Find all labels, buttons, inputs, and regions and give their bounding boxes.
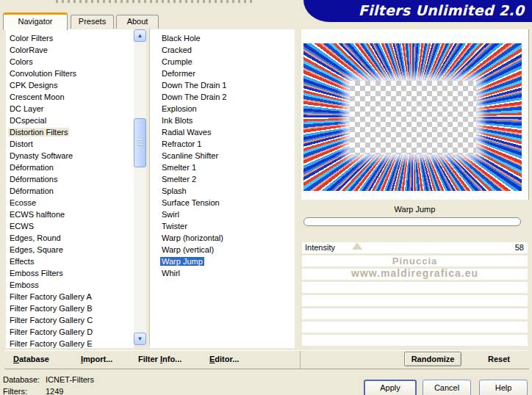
list-item[interactable]: Dynasty Software xyxy=(6,150,134,162)
list-item[interactable]: Splash xyxy=(150,185,295,197)
list-item[interactable]: Distortion Filters xyxy=(6,126,134,138)
list-item-label: DCspecial xyxy=(8,116,48,125)
list-item[interactable]: Cracked xyxy=(150,44,295,56)
list-item[interactable]: Effects xyxy=(6,256,134,267)
list-item[interactable]: Filter Factory Gallery A xyxy=(6,291,134,302)
list-item-label: Color Filters xyxy=(8,34,54,43)
list-item[interactable]: Colors xyxy=(6,56,134,68)
list-item[interactable]: Déformation xyxy=(6,185,134,197)
list-item[interactable]: Edges, Square xyxy=(6,244,134,256)
list-item[interactable]: Filter Factory Gallery C xyxy=(6,314,134,326)
list-item-label: Scanline Shifter xyxy=(160,151,220,160)
list-item[interactable]: Scanline Shifter xyxy=(150,150,295,162)
list-item[interactable]: Distort xyxy=(6,138,134,150)
list-item[interactable]: Filter Factory Gallery B xyxy=(6,302,134,314)
slider-row[interactable]: Intensity58 xyxy=(302,242,528,253)
list-item[interactable]: ECWS halftone xyxy=(6,209,134,220)
list-item[interactable]: Smelter 2 xyxy=(150,173,295,185)
label-part: nfo... xyxy=(162,355,181,363)
list-item[interactable]: Refractor 1 xyxy=(150,138,295,150)
list-item[interactable]: Deformer xyxy=(150,68,295,79)
list-item-label: Filter Factory Gallery A xyxy=(8,292,93,301)
help-button[interactable]: Help xyxy=(479,380,528,395)
list-item[interactable]: Smelter 1 xyxy=(150,162,295,173)
list-item[interactable]: Whirl xyxy=(150,267,295,279)
slider-row xyxy=(302,322,528,333)
list-item-label: DC Layer xyxy=(8,104,45,113)
randomize-button[interactable]: Randomize xyxy=(404,352,461,366)
list-item[interactable]: Emboss Filters xyxy=(6,267,134,279)
list-item[interactable]: CPK Designs xyxy=(6,79,134,91)
list-item[interactable]: DC Layer xyxy=(6,103,134,115)
list-item[interactable]: Déformations xyxy=(6,173,134,185)
list-item[interactable]: Warp (vertical) xyxy=(150,244,295,256)
list-item[interactable]: Surface Tension xyxy=(150,197,295,209)
list-item[interactable]: ColorRave xyxy=(6,44,134,56)
tab-about[interactable]: About xyxy=(116,15,159,29)
list-item[interactable]: Explosion xyxy=(150,103,295,115)
list-item-label: ColorRave xyxy=(8,46,49,54)
slider-row xyxy=(302,308,528,319)
list-item[interactable]: Emboss xyxy=(6,279,134,291)
label-part: atabase xyxy=(19,355,49,363)
list-item-label: Smelter 2 xyxy=(160,175,198,184)
list-item[interactable]: Down The Drain 1 xyxy=(150,79,295,91)
status-filters: Filters:1249 xyxy=(3,387,63,395)
editor-button[interactable]: Editor... xyxy=(209,355,239,363)
list-item[interactable]: Ecosse xyxy=(6,197,134,209)
category-list-scrollbar[interactable]: ▲ ▼ xyxy=(134,29,146,345)
list-item[interactable]: Convolution Filters xyxy=(6,68,134,79)
tab-presets[interactable]: Presets xyxy=(71,15,114,29)
scroll-up-icon[interactable]: ▲ xyxy=(134,29,146,42)
transparency-checkerboard xyxy=(350,81,476,154)
list-item[interactable]: Down The Drain 2 xyxy=(150,91,295,103)
list-item[interactable]: Crescent Moon xyxy=(6,91,134,103)
filter-info-button[interactable]: Filter Info... xyxy=(138,355,181,363)
list-item-label: Filter Factory Gallery D xyxy=(8,327,94,336)
slider-row xyxy=(302,282,528,293)
list-item-label: Distort xyxy=(8,139,35,148)
list-item[interactable]: Warp Jump xyxy=(150,256,295,267)
database-button[interactable]: Database xyxy=(13,355,49,363)
filter-list: Black HoleCrackedCrumpleDeformerDown The… xyxy=(150,29,295,348)
scrollbar-thumb[interactable] xyxy=(134,118,146,167)
list-item-label: CPK Designs xyxy=(8,81,59,90)
apply-button[interactable]: Apply xyxy=(364,380,417,395)
list-item[interactable]: ECWS xyxy=(6,220,134,232)
list-item-label: Effects xyxy=(8,257,35,266)
list-item-label: Splash xyxy=(160,186,188,195)
list-item-label: Filter Factory Gallery E xyxy=(8,339,93,348)
list-item[interactable]: Crumple xyxy=(150,56,295,68)
list-item[interactable]: Radial Waves xyxy=(150,126,295,138)
clipped-text-remnant xyxy=(56,0,253,3)
list-item[interactable]: DCspecial xyxy=(6,115,134,126)
list-item-label: Explosion xyxy=(160,104,198,113)
list-item[interactable]: Ink Blots xyxy=(150,115,295,126)
status-database: Database:ICNET-Filters xyxy=(3,375,94,384)
list-item[interactable]: Filter Factory Gallery E xyxy=(6,338,134,348)
list-item[interactable]: Déformation xyxy=(6,162,134,173)
list-item[interactable]: Filter Factory Gallery D xyxy=(6,326,134,338)
list-item-label: Crumple xyxy=(160,57,194,66)
list-item-label: Filter Factory Gallery B xyxy=(8,304,93,313)
list-item-label: ECWS xyxy=(8,222,35,231)
list-item[interactable]: Edges, Round xyxy=(6,232,134,244)
cancel-button[interactable]: Cancel xyxy=(423,380,471,395)
label-part: mport... xyxy=(83,355,112,363)
list-item-label: Swirl xyxy=(160,210,181,219)
list-item-label: Twister xyxy=(160,222,189,231)
scroll-down-icon[interactable]: ▼ xyxy=(134,333,146,345)
preview-image xyxy=(303,43,522,191)
list-item[interactable]: Color Filters xyxy=(6,32,134,44)
tab-navigator[interactable]: Navigator xyxy=(3,12,68,30)
list-item[interactable]: Swirl xyxy=(150,209,295,220)
list-item[interactable]: Black Hole xyxy=(150,32,295,44)
list-item-label: Surface Tension xyxy=(160,198,221,207)
slider-thumb[interactable] xyxy=(352,242,362,250)
import-button[interactable]: Import... xyxy=(81,355,112,363)
reset-button[interactable]: Reset xyxy=(481,355,517,363)
list-item-label: Déformation xyxy=(8,186,55,195)
list-item[interactable]: Warp (horizontal) xyxy=(150,232,295,244)
list-item[interactable]: Twister xyxy=(150,220,295,232)
list-item-label: Warp (vertical) xyxy=(160,245,215,254)
